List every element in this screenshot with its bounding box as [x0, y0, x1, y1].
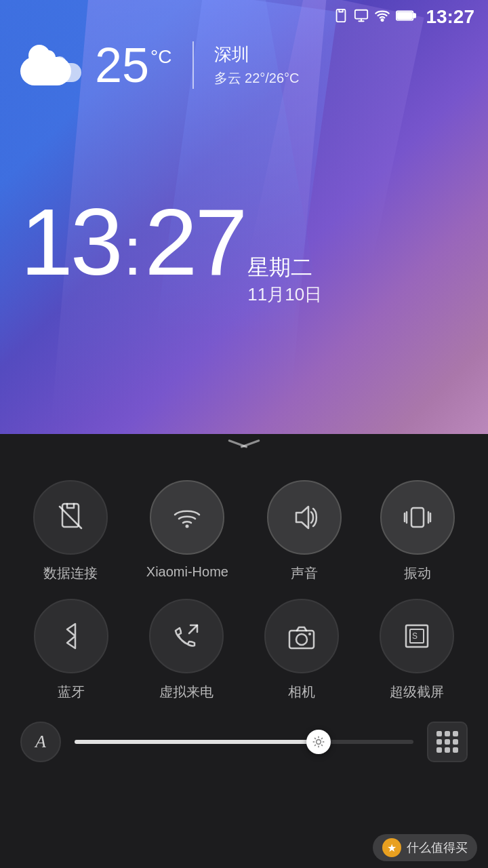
wifi-toggle-button[interactable] — [150, 480, 224, 555]
brightness-row: A — [0, 708, 488, 776]
quick-toggle-row2: 蓝牙 虚拟来电 — [0, 589, 488, 708]
screenshot-toggle-item[interactable]: S 超级截屏 — [380, 599, 454, 701]
wifi-toggle-label: Xiaomi-Home — [146, 564, 228, 580]
clock-time: 13 : 27 星期二 11月10日 — [20, 195, 322, 312]
svg-marker-11 — [296, 507, 308, 528]
grid-settings-button[interactable] — [427, 722, 468, 762]
fake-call-toggle-label: 虚拟来电 — [159, 683, 214, 701]
svg-line-17 — [189, 625, 197, 633]
watermark-text: 什么值得买 — [407, 840, 468, 856]
svg-line-30 — [321, 745, 323, 746]
fake-call-toggle-button[interactable] — [149, 599, 224, 673]
svg-rect-7 — [398, 12, 412, 18]
sound-toggle-button[interactable] — [267, 480, 342, 555]
weather-divider — [192, 41, 194, 89]
svg-line-32 — [321, 738, 323, 739]
weather-info: 深圳 多云 22°/26°C — [214, 43, 300, 87]
clock-minutes: 27 — [145, 195, 245, 290]
wifi-toggle-icon — [169, 500, 205, 535]
bluetooth-toggle-button[interactable] — [34, 599, 108, 673]
vibrate-toggle-button[interactable] — [380, 480, 455, 555]
clock-date-label: 11月10日 — [247, 283, 322, 307]
clock-day-of-week: 星期二 — [247, 253, 322, 283]
vibrate-toggle-label: 振动 — [404, 564, 431, 583]
bluetooth-toggle-item[interactable]: 蓝牙 — [34, 599, 108, 701]
svg-point-10 — [186, 525, 189, 528]
clock-hours: 13 — [20, 195, 121, 290]
weather-city: 深圳 — [214, 43, 300, 66]
brightness-thumb[interactable] — [306, 730, 331, 754]
clock-colon: : — [123, 212, 142, 297]
camera-toggle-item[interactable]: 相机 — [264, 599, 339, 701]
wifi-toggle-item[interactable]: Xiaomi-Home — [146, 480, 228, 583]
drag-handle[interactable] — [0, 434, 488, 467]
camera-icon — [284, 618, 319, 654]
vibrate-icon — [400, 500, 435, 535]
wallpaper: 13:27 25 °C 深圳 多云 22°/26°C 13 : — [0, 0, 488, 434]
fake-call-icon — [169, 618, 204, 654]
sound-toggle-label: 声音 — [291, 564, 318, 583]
svg-line-29 — [314, 738, 316, 739]
data-toggle-button[interactable] — [33, 480, 108, 555]
phone-screen: 13:27 25 °C 深圳 多云 22°/26°C 13 : — [0, 0, 488, 868]
watermark: ★ 什么值得买 — [373, 834, 477, 861]
screenshot-toggle-button[interactable]: S — [380, 599, 454, 673]
clock-date: 星期二 11月10日 — [247, 253, 322, 312]
svg-point-20 — [308, 633, 311, 635]
auto-brightness-button[interactable]: A — [20, 722, 61, 762]
screenshot-icon: S — [399, 618, 434, 654]
clock-widget: 13 : 27 星期二 11月10日 — [20, 195, 322, 312]
watermark-logo: ★ — [382, 838, 401, 857]
grid-icon — [436, 731, 458, 753]
weather-temperature: 25 °C — [95, 41, 172, 90]
battery-status-icon — [396, 9, 416, 26]
status-time: 13:27 — [426, 6, 474, 28]
sound-toggle-item[interactable]: 声音 — [267, 480, 342, 583]
brightness-slider[interactable] — [75, 740, 413, 744]
screen-status-icon — [354, 8, 369, 26]
vibrate-toggle-item[interactable]: 振动 — [380, 480, 455, 583]
watermark-icon: ★ — [387, 842, 396, 854]
quick-toggle-row1: 数据连接 Xiaomi-Home — [0, 467, 488, 589]
svg-point-19 — [296, 634, 307, 645]
weather-cloud-icon — [20, 45, 81, 85]
wifi-status-icon — [374, 8, 390, 26]
camera-toggle-label: 相机 — [288, 683, 315, 701]
camera-toggle-button[interactable] — [264, 599, 339, 673]
weather-description: 多云 22°/26°C — [214, 69, 300, 87]
control-center: 数据连接 Xiaomi-Home — [0, 434, 488, 868]
volume-icon — [287, 500, 322, 535]
status-bar: 13:27 — [0, 0, 488, 34]
svg-point-24 — [317, 740, 321, 745]
svg-rect-1 — [355, 9, 367, 18]
svg-line-31 — [314, 745, 316, 746]
sim-status-icon — [333, 8, 348, 26]
fake-call-toggle-item[interactable]: 虚拟来电 — [149, 599, 224, 701]
bluetooth-toggle-label: 蓝牙 — [58, 683, 85, 701]
sun-icon — [312, 735, 325, 749]
bluetooth-icon — [54, 618, 89, 654]
sim-off-icon — [53, 500, 88, 535]
screenshot-toggle-label: 超级截屏 — [390, 683, 444, 701]
svg-point-4 — [382, 19, 384, 21]
brightness-fill — [75, 740, 319, 744]
svg-text:S: S — [412, 631, 418, 641]
svg-rect-6 — [413, 14, 416, 18]
svg-rect-12 — [411, 508, 424, 527]
chevron-down-icon — [227, 446, 261, 460]
data-toggle-label: 数据连接 — [43, 564, 98, 583]
svg-rect-0 — [337, 9, 346, 21]
weather-widget: 25 °C 深圳 多云 22°/26°C — [20, 41, 300, 90]
data-toggle-item[interactable]: 数据连接 — [33, 480, 108, 583]
